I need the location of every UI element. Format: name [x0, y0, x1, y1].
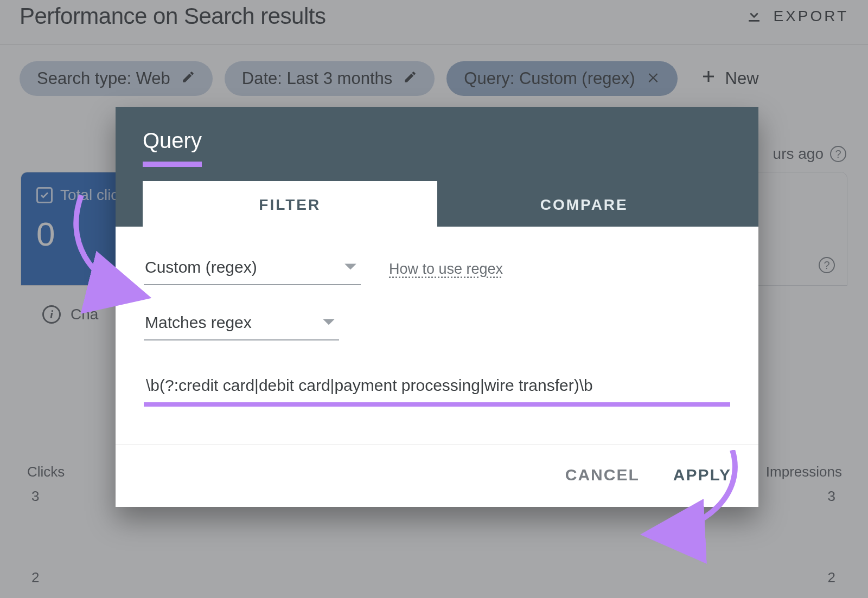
- tab-filter[interactable]: FILTER: [143, 181, 437, 227]
- tab-compare[interactable]: COMPARE: [437, 181, 732, 227]
- filter-type-select[interactable]: Custom (regex): [144, 253, 361, 285]
- dialog-actions: CANCEL APPLY: [116, 445, 758, 507]
- query-filter-dialog: Query FILTER COMPARE Custom (regex) How …: [116, 107, 758, 507]
- filter-type-row: Custom (regex) How to use regex: [144, 253, 730, 285]
- dialog-body: Custom (regex) How to use regex Matches …: [116, 227, 758, 420]
- dialog-title: Query: [143, 128, 202, 167]
- dialog-tabs: FILTER COMPARE: [143, 181, 731, 227]
- filter-type-value: Custom (regex): [145, 258, 257, 277]
- match-mode-select[interactable]: Matches regex: [144, 308, 339, 340]
- chevron-down-icon: [322, 313, 336, 332]
- apply-button[interactable]: APPLY: [673, 466, 731, 484]
- match-mode-value: Matches regex: [145, 313, 252, 332]
- dialog-header: Query FILTER COMPARE: [116, 107, 758, 227]
- match-mode-row: Matches regex: [144, 308, 730, 340]
- regex-input-wrap: [144, 371, 730, 407]
- cancel-button[interactable]: CANCEL: [565, 466, 640, 484]
- regex-input[interactable]: [144, 371, 730, 407]
- regex-help-link[interactable]: How to use regex: [389, 261, 503, 278]
- chevron-down-icon: [343, 258, 358, 277]
